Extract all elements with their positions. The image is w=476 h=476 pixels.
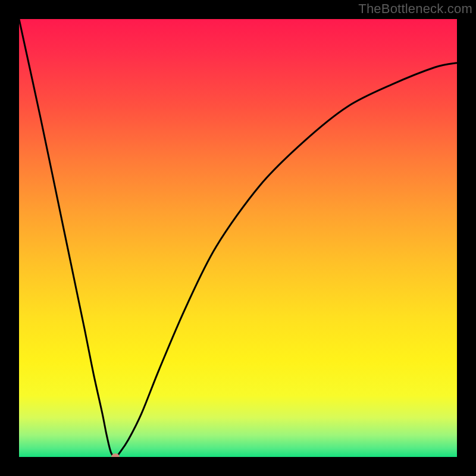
chart-frame: TheBottleneck.com bbox=[0, 0, 476, 476]
plot-area bbox=[19, 19, 457, 457]
curve-path bbox=[19, 19, 457, 457]
bottleneck-curve bbox=[19, 19, 457, 457]
watermark-text: TheBottleneck.com bbox=[358, 1, 472, 17]
